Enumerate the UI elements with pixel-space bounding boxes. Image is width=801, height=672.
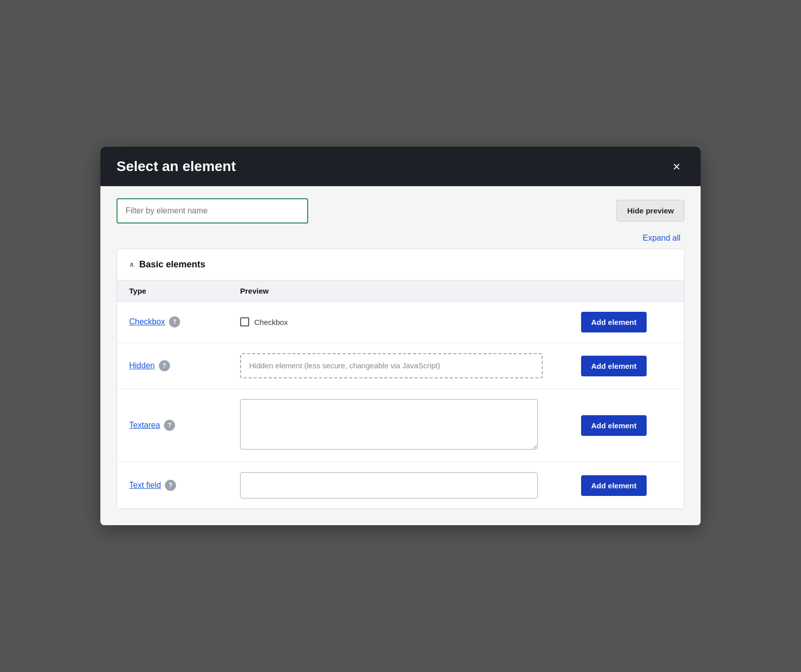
add-element-button-textfield[interactable]: Add element — [581, 475, 647, 496]
action-cell-checkbox: Add element — [581, 312, 672, 332]
checkbox-preview: Checkbox — [240, 317, 569, 326]
expand-all-row: Expand all — [117, 232, 684, 245]
add-element-button-hidden[interactable]: Add element — [581, 356, 647, 376]
action-header — [581, 287, 672, 295]
checkbox-box[interactable] — [240, 317, 249, 326]
help-icon-textfield[interactable]: ? — [165, 480, 176, 491]
action-cell-textfield: Add element — [581, 475, 672, 496]
preview-cell-textfield — [240, 472, 581, 498]
select-element-modal: Select an element × Hide preview Expand … — [100, 147, 701, 526]
add-element-button-textarea[interactable]: Add element — [581, 415, 647, 436]
modal-header: Select an element × — [100, 147, 701, 186]
preview-cell-checkbox: Checkbox — [240, 317, 581, 326]
preview-cell-textarea — [240, 399, 581, 452]
table-row: Hidden ? Hidden element (less secure, ch… — [117, 343, 684, 389]
add-element-button-checkbox[interactable]: Add element — [581, 312, 647, 332]
help-icon-textarea[interactable]: ? — [164, 420, 175, 431]
textfield-link[interactable]: Text field — [129, 481, 161, 490]
table-row: Text field ? Add element — [117, 462, 684, 509]
type-cell-checkbox: Checkbox ? — [129, 316, 240, 327]
type-cell-hidden: Hidden ? — [129, 360, 240, 371]
expand-all-button[interactable]: Expand all — [639, 232, 684, 245]
table-row: Textarea ? Add element — [117, 389, 684, 462]
hide-preview-button[interactable]: Hide preview — [616, 200, 684, 221]
section-title: Basic elements — [139, 259, 205, 270]
help-icon-hidden[interactable]: ? — [159, 360, 170, 371]
table-row: Checkbox ? Checkbox Add element — [117, 302, 684, 343]
filter-input[interactable] — [117, 198, 308, 223]
section-header[interactable]: ∧ Basic elements — [117, 249, 684, 280]
checkbox-label: Checkbox — [254, 318, 288, 326]
basic-elements-section: ∧ Basic elements Type Preview Checkbox ? — [117, 249, 684, 510]
table-header: Type Preview — [117, 280, 684, 302]
type-cell-textarea: Textarea ? — [129, 420, 240, 431]
modal-body: Hide preview Expand all ∧ Basic elements… — [100, 186, 701, 526]
textarea-link[interactable]: Textarea — [129, 421, 160, 430]
preview-header: Preview — [240, 287, 581, 295]
filter-row: Hide preview — [117, 198, 684, 223]
close-button[interactable]: × — [669, 158, 684, 175]
action-cell-hidden: Add element — [581, 356, 672, 376]
type-header: Type — [129, 287, 240, 295]
help-icon-checkbox[interactable]: ? — [169, 316, 180, 327]
textarea-preview[interactable] — [240, 399, 538, 450]
hidden-link[interactable]: Hidden — [129, 361, 155, 370]
action-cell-textarea: Add element — [581, 415, 672, 436]
checkbox-link[interactable]: Checkbox — [129, 317, 165, 326]
modal-title: Select an element — [117, 158, 236, 175]
hidden-preview: Hidden element (less secure, changeable … — [240, 353, 543, 379]
type-cell-textfield: Text field ? — [129, 480, 240, 491]
chevron-icon: ∧ — [129, 260, 134, 268]
textfield-preview[interactable] — [240, 472, 538, 498]
preview-cell-hidden: Hidden element (less secure, changeable … — [240, 353, 581, 379]
